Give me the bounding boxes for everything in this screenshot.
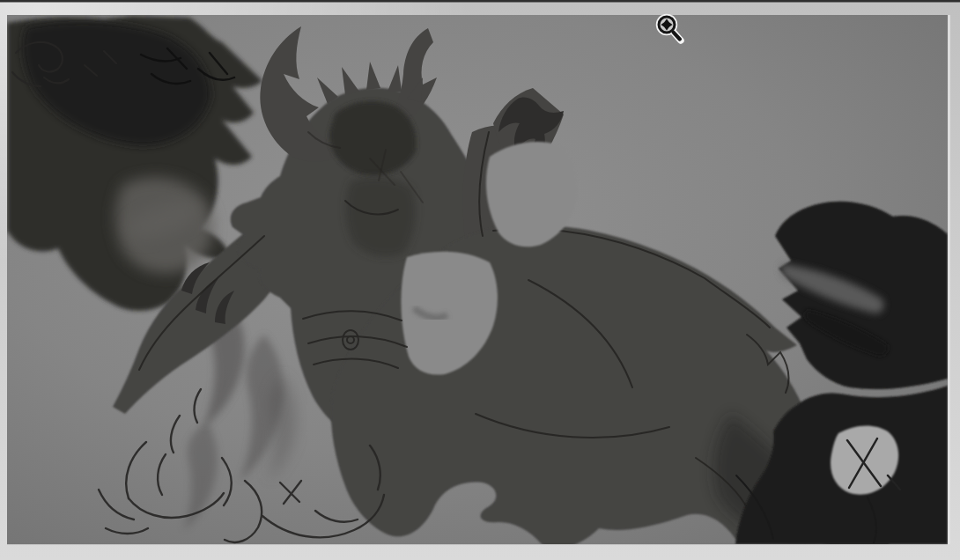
painting-app-viewport (0, 0, 960, 560)
canvas-right-highlight (948, 15, 950, 544)
artwork-canvas[interactable] (7, 15, 948, 551)
top-edge-line (0, 0, 960, 3)
screenshot-root (0, 0, 960, 560)
chest-shadow (345, 177, 416, 256)
